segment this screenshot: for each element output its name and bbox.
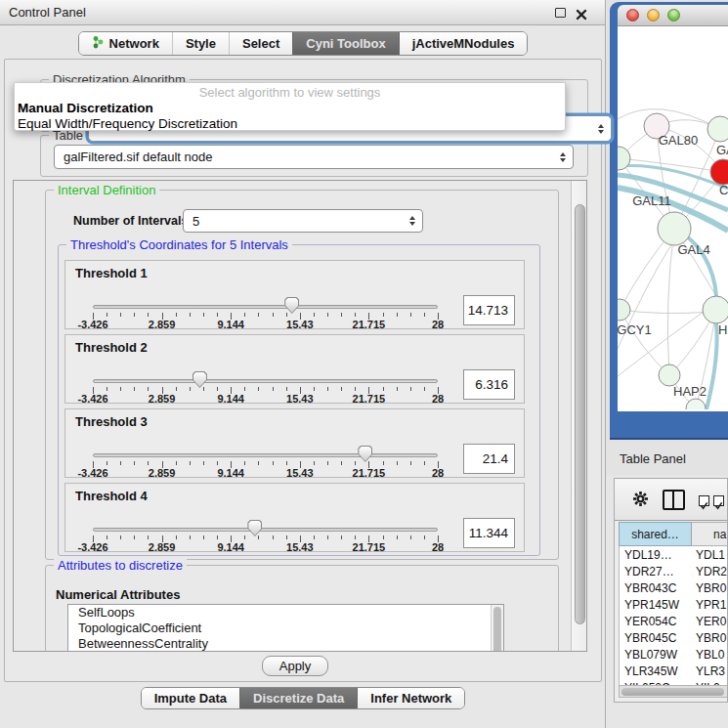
slider-tick xyxy=(273,313,274,317)
minimize-traffic-light-icon[interactable] xyxy=(647,9,660,21)
slider-track[interactable] xyxy=(93,528,438,532)
slider-tick xyxy=(286,313,287,317)
cell-shared-name: YDL19… xyxy=(620,548,694,562)
scrollbar-thumb[interactable] xyxy=(493,607,501,652)
tab-impute-data[interactable]: Impute Data xyxy=(142,688,239,708)
numerical-attributes-list[interactable]: SelfLoopsTopologicalCoefficientBetweenne… xyxy=(67,604,504,652)
scrollbar-thumb[interactable] xyxy=(621,688,724,696)
tab-infer-network[interactable]: Infer Network xyxy=(357,688,464,708)
slider-track[interactable] xyxy=(93,305,438,309)
network-node-GAL4[interactable] xyxy=(658,212,691,245)
slider-tick-label: 28 xyxy=(432,319,444,330)
network-node-H[interactable] xyxy=(703,296,728,323)
slider-tick-label: -3.426 xyxy=(77,393,107,405)
cell-name: YLR3 xyxy=(694,664,728,678)
slider-tick-label: 21.715 xyxy=(353,393,386,405)
threshold-panel-2: Threshold 2-3.4262.8599.14415.4321.71528… xyxy=(64,334,525,404)
checkbox-icon[interactable] xyxy=(699,495,709,506)
table-row[interactable]: YDL19…YDL1 xyxy=(620,546,728,563)
network-node-GCY1[interactable] xyxy=(618,299,630,321)
slider-track[interactable] xyxy=(93,379,438,383)
network-edge[interactable] xyxy=(667,229,674,375)
dropdown-option[interactable]: Manual Discretization xyxy=(15,101,565,116)
bottom-tab-row: Impute DataDiscretize DataInfer Network xyxy=(0,687,606,709)
table-row[interactable]: YBR045CYBR0 xyxy=(620,629,728,646)
threshold-value-field[interactable]: 21.4 xyxy=(463,444,515,474)
slider-thumb-face xyxy=(248,521,261,535)
slider-thumb[interactable] xyxy=(284,297,299,314)
slider-tick xyxy=(148,313,149,317)
column-layout-icon[interactable] xyxy=(663,490,685,510)
scrollbar-thumb[interactable] xyxy=(575,204,585,624)
column-header-shared-name[interactable]: shared… xyxy=(619,522,692,546)
threshold-value-field[interactable]: 14.713 xyxy=(463,295,515,325)
network-node[interactable] xyxy=(686,399,706,409)
cyni-toolbox-content: Discretization Algorithm Table Data galF… xyxy=(4,59,602,682)
panel-title: Control Panel xyxy=(0,5,86,20)
cell-shared-name: YPR145W xyxy=(620,598,694,612)
tab-jactivemnodules[interactable]: jActiveMNodules xyxy=(399,32,528,55)
network-window-titlebar[interactable] xyxy=(618,5,728,26)
slider-tick xyxy=(120,461,121,465)
threshold-value-field[interactable]: 6.316 xyxy=(463,369,515,400)
tab-network[interactable]: Network xyxy=(79,32,172,55)
close-traffic-light-icon[interactable] xyxy=(626,9,639,21)
threshold-value-field[interactable]: 11.344 xyxy=(463,518,515,548)
network-node-C[interactable] xyxy=(710,159,728,185)
dropdown-option[interactable]: Equal Width/Frequency Discretization xyxy=(15,116,565,132)
slider-tick xyxy=(244,461,245,465)
slider-tick xyxy=(327,461,328,465)
table-row[interactable]: YDR27…YDR2 xyxy=(620,563,728,579)
float-window-icon[interactable] xyxy=(555,8,566,18)
table-row[interactable]: YER054CYER0 xyxy=(620,613,728,629)
close-icon[interactable] xyxy=(576,7,587,19)
slider-thumb[interactable] xyxy=(193,371,207,388)
number-of-intervals-combobox[interactable]: 5 xyxy=(183,209,423,233)
network-view-window[interactable]: GAL80GACGAL11GAL4GCY1HHAP2 xyxy=(610,2,728,440)
slider-tick xyxy=(134,461,135,465)
network-canvas[interactable]: GAL80GACGAL11GAL4GCY1HHAP2 xyxy=(618,26,728,411)
column-header-name[interactable]: na xyxy=(692,522,728,546)
zoom-traffic-light-icon[interactable] xyxy=(667,9,680,21)
slider-tick xyxy=(134,535,135,539)
table-data-combobox-value: galFiltered.sif default node xyxy=(64,150,212,164)
table-row[interactable]: YPR145WYPR1 xyxy=(620,596,728,613)
table-row[interactable]: YBL079WYBL0 xyxy=(620,646,728,663)
tab-select[interactable]: Select xyxy=(229,32,292,55)
slider-track[interactable] xyxy=(93,453,438,457)
attribute-list-item[interactable]: BetweennessCentrality xyxy=(68,636,503,652)
attribute-list-item[interactable]: TopologicalCoefficient xyxy=(68,621,503,636)
tab-cyni-toolbox[interactable]: Cyni Toolbox xyxy=(292,32,398,55)
tab-discretize-data[interactable]: Discretize Data xyxy=(239,688,357,708)
network-node-label: HAP2 xyxy=(673,384,707,399)
tab-style[interactable]: Style xyxy=(172,32,229,55)
table-rows: YDL19…YDL1YDR27…YDR2YBR043CYBR0YPR145WYP… xyxy=(619,546,728,685)
settings-vertical-scrollbar[interactable] xyxy=(571,181,587,652)
gear-icon[interactable] xyxy=(632,491,649,511)
network-node-HAP2[interactable] xyxy=(659,364,680,386)
network-edge[interactable] xyxy=(620,310,711,314)
attributes-group-title: Attributes to discretize xyxy=(54,558,187,573)
attributes-scrollbar[interactable] xyxy=(491,605,503,652)
slider-tick xyxy=(286,387,287,391)
tab-label: Discretize Data xyxy=(253,691,344,706)
table-row[interactable]: YBR043CYBR0 xyxy=(620,579,728,596)
slider-tick xyxy=(314,461,315,465)
slider-thumb[interactable] xyxy=(247,520,262,536)
combo-stepper-icon xyxy=(409,216,415,226)
combo-stepper-icon xyxy=(560,152,566,162)
slider-tick xyxy=(107,535,107,539)
attribute-list-item[interactable]: SelfLoops xyxy=(68,605,503,621)
table-panel-title: Table Panel xyxy=(606,451,686,466)
table-horizontal-scrollbar[interactable] xyxy=(619,685,728,698)
threshold-panel-3: Threshold 3-3.4262.8599.14415.4321.71528… xyxy=(64,408,525,478)
table-row[interactable]: YLR345WYLR3 xyxy=(620,663,728,679)
table-data-combobox[interactable]: galFiltered.sif default node xyxy=(54,145,574,169)
apply-button[interactable]: Apply xyxy=(262,656,328,676)
slider-tick xyxy=(134,313,135,317)
slider-tick xyxy=(397,461,398,465)
checkbox-icon[interactable] xyxy=(713,495,724,506)
slider-thumb[interactable] xyxy=(358,446,372,462)
slider-tick xyxy=(327,535,328,539)
network-node-GA[interactable] xyxy=(707,116,728,142)
